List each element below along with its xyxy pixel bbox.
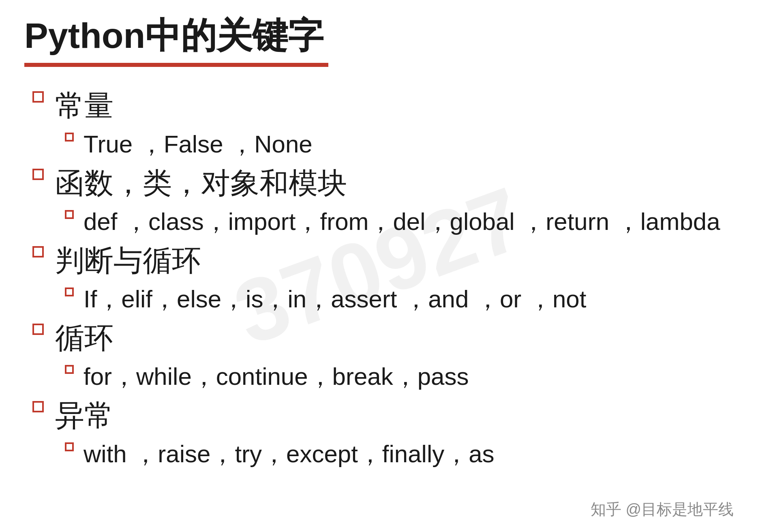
bullet-icon-level1	[32, 169, 44, 180]
category-exceptions-label: 异常	[55, 397, 113, 433]
bullet-icon-level2	[65, 210, 74, 219]
category-constants-item-0: True ，False ，None	[65, 128, 734, 161]
bullet-icon-level1	[32, 401, 44, 412]
category-functions-classes-item-0: def ，class，import，from，del，global ，retur…	[65, 205, 734, 238]
bullet-icon-level2	[65, 133, 74, 142]
zhihu-attribution: 知乎 @目标是地平线	[591, 499, 734, 520]
category-constants-item-0-text: True ，False ，None	[84, 128, 313, 161]
bullet-icon-level1	[32, 91, 44, 103]
bullet-icon-level1	[32, 246, 44, 257]
category-functions-classes-item-0-text: def ，class，import，from，del，global ，retur…	[84, 205, 720, 238]
category-loops-item-0: for，while，continue，break，pass	[65, 360, 734, 393]
category-loops-item-0-text: for，while，continue，break，pass	[84, 360, 469, 393]
page-title: Python中的关键字	[24, 16, 734, 56]
category-conditionals-loops-item-0: If，elif，else，is，in，assert ，and ，or ，not	[65, 283, 734, 315]
category-conditionals-loops-label: 判断与循环	[55, 242, 201, 279]
bullet-icon-level2	[65, 442, 74, 451]
category-exceptions-item-0: with ，raise，try，except，finally，as	[65, 438, 734, 470]
category-loops-label: 循环	[55, 320, 113, 356]
category-constants-label: 常量	[55, 87, 113, 124]
category-functions-classes: 函数，类，对象和模块	[32, 165, 734, 201]
bullet-icon-level1	[32, 324, 44, 335]
title-underline	[24, 63, 328, 67]
category-functions-classes-label: 函数，类，对象和模块	[55, 165, 347, 201]
bullet-icon-level2	[65, 287, 74, 296]
category-exceptions-item-0-text: with ，raise，try，except，finally，as	[84, 438, 495, 470]
category-loops: 循环	[32, 320, 734, 356]
keyword-list: 常量True ，False ，None函数，类，对象和模块def ，class，…	[32, 87, 734, 470]
category-exceptions: 异常	[32, 397, 734, 433]
category-constants: 常量	[32, 87, 734, 124]
bullet-icon-level2	[65, 365, 74, 374]
category-conditionals-loops: 判断与循环	[32, 242, 734, 279]
category-conditionals-loops-item-0-text: If，elif，else，is，in，assert ，and ，or ，not	[84, 283, 586, 315]
